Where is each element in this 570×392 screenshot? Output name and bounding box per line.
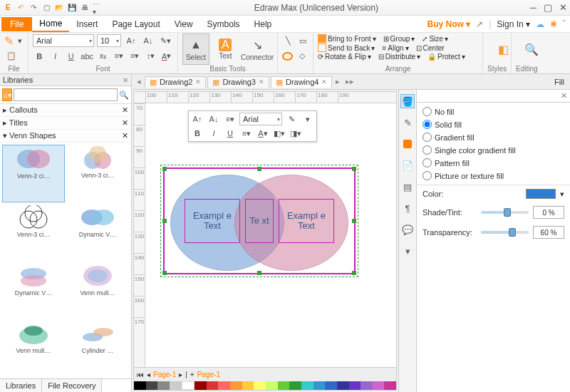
shade-slider[interactable] (481, 211, 529, 214)
float-bold-button[interactable]: B (190, 127, 204, 140)
file-menu[interactable]: File (1, 17, 32, 31)
page-next-icon[interactable]: ▸ (179, 371, 182, 378)
fill-option-pattern[interactable]: Pattern fill (423, 158, 564, 167)
tab-drawing3[interactable]: ▦Drawing3✕ (207, 76, 269, 88)
italic-button[interactable]: I (48, 50, 61, 63)
float-more-icon[interactable]: ▾ (301, 113, 315, 125)
category-callouts[interactable]: ▸ Callouts✕ (0, 104, 131, 117)
shape-venn3a[interactable]: Venn-3 ci… (66, 145, 129, 202)
fill-tool-icon[interactable]: 🪣 (400, 94, 415, 108)
color-palette-bar[interactable] (134, 381, 396, 390)
tab-prev-icon[interactable]: ◂ (135, 77, 143, 86)
venn-text-mid[interactable]: Te xt (245, 199, 274, 243)
shape-venn-mult-a[interactable]: Venn mult… (66, 262, 129, 319)
venn-text-left[interactable]: Exampl e Text (185, 199, 240, 243)
fill-option-solid[interactable]: Solid fill (423, 120, 564, 129)
tab-libraries[interactable]: Libraries (0, 379, 42, 392)
library-search-input[interactable] (14, 88, 118, 101)
fill-option-picture[interactable]: Picture or texture fill (423, 171, 564, 180)
open-icon[interactable]: 📂 (54, 3, 64, 13)
transparency-slider[interactable] (481, 231, 529, 234)
page-add-icon[interactable]: + (190, 371, 195, 378)
rotate-flip-button[interactable]: ⟳ Rotate & Flip ▾ (318, 53, 371, 61)
new-icon[interactable]: ▢ (41, 3, 51, 13)
rect-shape-icon[interactable]: ▭ (297, 34, 309, 47)
float-italic-button[interactable]: I (207, 127, 221, 140)
font-name-combo[interactable]: Arial (33, 34, 94, 47)
bullets-icon[interactable]: ≡▾ (113, 50, 125, 63)
more-tool-icon[interactable]: ▾ (400, 244, 415, 258)
shape-venn-mult-b[interactable]: Venn mult… (2, 320, 65, 376)
menu-home[interactable]: Home (32, 16, 69, 32)
size-button[interactable]: ⤢ Size ▾ (422, 35, 447, 43)
font-color-icon[interactable]: A▾ (160, 50, 173, 63)
float-line-icon[interactable]: ≡▾ (239, 127, 254, 140)
align-button[interactable]: ≡ Align ▾ (382, 44, 408, 52)
transparency-value[interactable]: 60 % (533, 226, 564, 239)
undo-icon[interactable]: ↶ (16, 3, 26, 13)
page-tab-2[interactable]: Page-1 (197, 371, 220, 378)
float-format-painter-icon[interactable]: ✎ (284, 113, 299, 125)
menu-page-layout[interactable]: Page Layout (105, 17, 167, 31)
shape-dynamic-a[interactable]: Dynamic V… (66, 204, 129, 260)
bring-to-front-button[interactable]: Bring to Front ▾ (318, 34, 376, 43)
more-icon[interactable]: ⋯▾ (93, 3, 103, 13)
line-shape-icon[interactable]: ╲ (282, 34, 294, 47)
buy-now-link[interactable]: Buy Now ▾ (427, 19, 470, 29)
menu-view[interactable]: View (167, 17, 200, 31)
print-icon[interactable]: 🖶 (80, 3, 90, 13)
fill-option-gradient[interactable]: Gradient fill (423, 133, 564, 142)
color-swatch[interactable] (526, 189, 556, 199)
select-tool[interactable]: ▲Select (182, 33, 209, 65)
fill-panel-close-icon[interactable]: ✕ (561, 91, 567, 100)
highlight-icon[interactable]: ✎▾ (158, 34, 172, 47)
shadow-tool-icon[interactable] (400, 137, 415, 151)
menu-insert[interactable]: Insert (69, 17, 105, 31)
float-shadow-icon[interactable]: ◨▾ (289, 127, 303, 140)
tab-drawing2[interactable]: ▦Drawing2✕ (145, 76, 206, 88)
center-button[interactable]: ⊡ Center (416, 44, 445, 52)
line-tool-icon[interactable]: ✎ (400, 115, 415, 130)
send-to-back-button[interactable]: Send to Back ▾ (318, 43, 375, 52)
category-venn[interactable]: ▾ Venn Shapes✕ (0, 130, 131, 143)
share-icon[interactable]: ↗ (476, 19, 483, 29)
fill-option-single-gradient[interactable]: Single color gradient fill (423, 145, 564, 155)
menu-help[interactable]: Help (247, 17, 279, 31)
shape-venn3b[interactable]: Venn-3 ci… (2, 204, 65, 260)
float-color-icon[interactable]: A▾ (256, 127, 270, 140)
float-align-icon[interactable]: ≡▾ (223, 113, 237, 125)
menu-symbols[interactable]: Symbols (200, 17, 247, 31)
libraries-close-icon[interactable]: ✕ (123, 76, 128, 84)
settings-icon[interactable]: ✱ (550, 19, 557, 29)
comment-tool-icon[interactable]: 💬 (400, 222, 415, 237)
collapse-ribbon-icon[interactable]: ˇ (563, 19, 566, 29)
text-tool[interactable]: AText (212, 33, 239, 65)
color-dropdown-icon[interactable]: ▾ (560, 190, 564, 199)
find-button[interactable]: 🔍 (516, 34, 547, 65)
redo-icon[interactable]: ↷ (28, 3, 38, 13)
oval-shape-icon[interactable] (282, 52, 293, 61)
close-button[interactable]: ✕ (559, 2, 567, 13)
group-button[interactable]: ⊞ Group ▾ (383, 35, 415, 43)
floating-text-toolbar[interactable]: A↑ A↓ ≡▾ Arial ✎ ▾ B I U ≡ (188, 110, 317, 142)
align-icon[interactable]: ≡▾ (128, 50, 141, 63)
subscript-button[interactable]: x₂ (96, 50, 109, 63)
save-icon[interactable]: 💾 (67, 3, 77, 13)
protect-button[interactable]: 🔒 Protect ▾ (428, 53, 465, 61)
page-prev-icon[interactable]: ◂ (147, 371, 150, 378)
float-fill-icon[interactable]: ◧▾ (272, 127, 286, 140)
tab-last-icon[interactable]: ▸▸ (343, 77, 356, 86)
page-tool-icon[interactable]: 📄 (400, 158, 415, 172)
tab-drawing4[interactable]: ▦Drawing4✕ (271, 76, 332, 88)
shape-dynamic-b[interactable]: Dynamic V… (2, 262, 65, 319)
float-font-combo[interactable]: Arial (239, 113, 282, 125)
clipboard-icon[interactable]: 📋 (4, 50, 19, 63)
page-first-icon[interactable]: ⏮ (137, 371, 144, 378)
sign-in-link[interactable]: Sign In ▾ (497, 19, 530, 29)
float-font-dec-icon[interactable]: A↓ (207, 113, 221, 125)
distribute-button[interactable]: ⊟ Distribute ▾ (378, 53, 420, 61)
home-icon[interactable]: ⌂▾ (2, 88, 12, 101)
tab-file-recovery[interactable]: File Recovery (42, 379, 102, 392)
paste-icon[interactable]: ✎ (4, 34, 14, 47)
bold-button[interactable]: B (33, 50, 46, 63)
